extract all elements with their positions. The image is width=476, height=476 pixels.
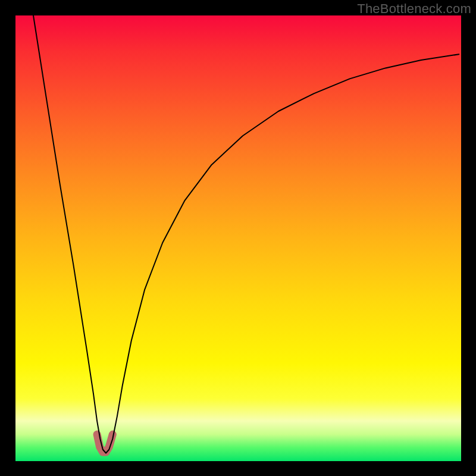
watermark-text: TheBottleneck.com (357, 1, 471, 17)
bottleneck-curve (33, 15, 459, 453)
curve-layer (15, 15, 461, 461)
chart-container: TheBottleneck.com (0, 0, 476, 476)
plot-area (15, 15, 461, 461)
